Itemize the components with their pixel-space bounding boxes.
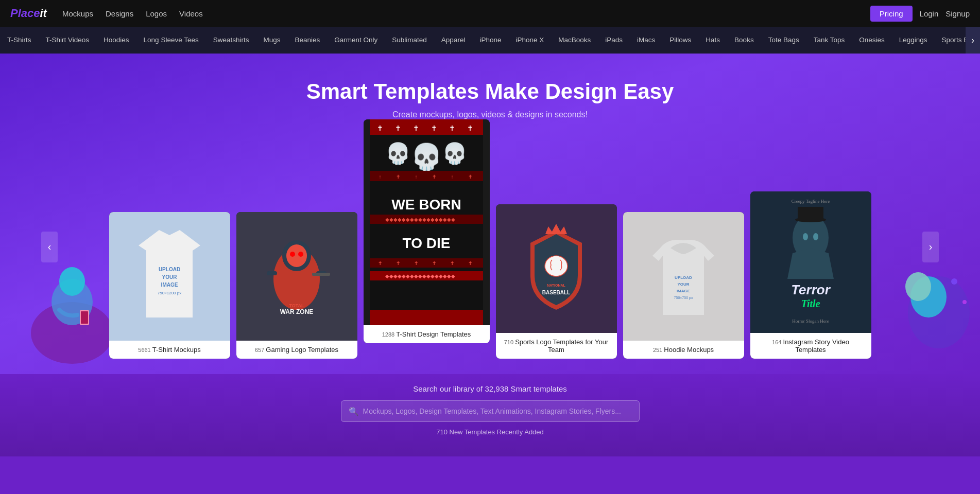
- svg-text:✝: ✝: [413, 124, 419, 132]
- svg-rect-59: [798, 207, 823, 221]
- svg-text:IMAGE: IMAGE: [677, 289, 691, 293]
- cat-apparel[interactable]: Apparel: [434, 27, 473, 54]
- card-horror-image: Creepy Tagline Here Terror: [750, 191, 871, 333]
- search-box: 🔍: [341, 400, 640, 422]
- nav-mockups[interactable]: Mockups: [62, 9, 93, 18]
- signup-button[interactable]: Signup: [945, 9, 970, 18]
- cat-tshirts[interactable]: T-Shirts: [0, 27, 39, 54]
- svg-text:✝: ✝: [414, 260, 418, 266]
- cat-iphone[interactable]: iPhone: [472, 27, 508, 54]
- search-icon: 🔍: [349, 407, 359, 416]
- svg-text:✝: ✝: [450, 260, 454, 266]
- svg-text:TOTAL: TOTAL: [289, 303, 304, 308]
- card-gaming[interactable]: TOTAL WAR ZONE 657 Gaming Logo Templates: [236, 212, 357, 359]
- card-skeleton[interactable]: ✝ ✝ ✝ ✝ ✝ ✝ 💀 💀 💀 ↑: [364, 119, 490, 343]
- cat-garment-only[interactable]: Garment Only: [327, 27, 385, 54]
- svg-text:YOUR: YOUR: [677, 282, 689, 287]
- svg-rect-27: [370, 171, 483, 181]
- svg-point-7: [286, 244, 307, 267]
- card-horror[interactable]: Creepy Tagline Here Terror: [750, 191, 871, 359]
- nav-videos[interactable]: Videos: [179, 9, 203, 18]
- card-hoodie[interactable]: UPLOAD YOUR IMAGE 750×750 px 251 Hoodie …: [623, 212, 744, 359]
- nav-right: Pricing Login Signup: [870, 6, 970, 22]
- cat-beanies[interactable]: Beanies: [287, 27, 327, 54]
- cat-macbooks[interactable]: MacBooks: [551, 27, 598, 54]
- nav-logos[interactable]: Logos: [146, 9, 167, 18]
- svg-text:◆◆◆◆◆◆◆◆◆◆◆◆◆◆◆◆◆: ◆◆◆◆◆◆◆◆◆◆◆◆◆◆◆◆◆: [385, 273, 455, 279]
- cat-tshirt-videos[interactable]: T-Shirt Videos: [39, 27, 97, 54]
- cat-pillows[interactable]: Pillows: [662, 27, 698, 54]
- nav-designs[interactable]: Designs: [106, 9, 133, 18]
- svg-text:750×1200 px: 750×1200 px: [158, 291, 182, 295]
- card-skeleton-image: ✝ ✝ ✝ ✝ ✝ ✝ 💀 💀 💀 ↑: [364, 119, 490, 325]
- category-links: T-Shirts T-Shirt Videos Hoodies Long Sle…: [0, 27, 966, 54]
- card-gaming-image: TOTAL WAR ZONE: [236, 212, 357, 341]
- card-baseball[interactable]: NATIONAL BASEBALL 710 Sports Logo Templa…: [496, 204, 617, 359]
- cat-hoodies[interactable]: Hoodies: [96, 27, 136, 54]
- search-section: Search our library of 32,938 Smart templ…: [0, 374, 980, 456]
- card-skeleton-label: 1288 T-Shirt Design Templates: [364, 325, 490, 343]
- card-gaming-label: 657 Gaming Logo Templates: [236, 341, 357, 359]
- cat-books[interactable]: Books: [727, 27, 761, 54]
- svg-text:✝: ✝: [468, 260, 472, 266]
- cat-leggings[interactable]: Leggings: [892, 27, 935, 54]
- svg-text:💀: 💀: [442, 141, 468, 166]
- card-hoodie-label: 251 Hoodie Mockups: [623, 341, 744, 359]
- hero-subtitle: Create mockups, logos, videos & designs …: [10, 110, 970, 119]
- cards-outer: ‹ UPLOAD YOUR IMAGE 750×1200 px 56: [36, 135, 944, 359]
- catbar-next-arrow[interactable]: ›: [966, 27, 980, 54]
- pricing-button[interactable]: Pricing: [870, 6, 913, 22]
- svg-text:✝: ✝: [396, 174, 400, 180]
- svg-text:💀: 💀: [410, 142, 443, 172]
- recently-added-label: 710 New Templates Recently Added: [10, 428, 970, 436]
- svg-text:✝: ✝: [396, 260, 400, 266]
- svg-text:WE BORN: WE BORN: [391, 197, 461, 213]
- svg-text:UPLOAD: UPLOAD: [159, 267, 180, 272]
- cat-imacs[interactable]: iMacs: [630, 27, 662, 54]
- cat-ipads[interactable]: iPads: [598, 27, 630, 54]
- login-button[interactable]: Login: [920, 9, 939, 18]
- cat-tote-bags[interactable]: Tote Bags: [761, 27, 806, 54]
- cat-hats[interactable]: Hats: [698, 27, 727, 54]
- carousel-prev-button[interactable]: ‹: [41, 232, 58, 262]
- cat-tank-tops[interactable]: Tank Tops: [806, 27, 852, 54]
- svg-text:UPLOAD: UPLOAD: [675, 275, 692, 280]
- cat-sweatshirts[interactable]: Sweatshirts: [206, 27, 256, 54]
- card-hoodie-image: UPLOAD YOUR IMAGE 750×750 px: [623, 212, 744, 341]
- cat-long-sleeve[interactable]: Long Sleeve Tees: [136, 27, 206, 54]
- cat-iphone-x[interactable]: iPhone X: [508, 27, 551, 54]
- svg-text:↑: ↑: [451, 174, 454, 180]
- svg-text:YOUR: YOUR: [162, 274, 178, 280]
- cat-mugs[interactable]: Mugs: [256, 27, 287, 54]
- svg-text:✝: ✝: [377, 124, 383, 132]
- svg-text:✝: ✝: [431, 124, 437, 132]
- svg-text:✝: ✝: [467, 124, 473, 132]
- svg-text:Terror: Terror: [791, 282, 831, 297]
- svg-rect-38: [370, 258, 483, 268]
- hero-title: Smart Templates Make Design Easy: [10, 79, 970, 104]
- svg-text:✝: ✝: [378, 260, 382, 266]
- nav-links: Mockups Designs Logos Videos: [62, 9, 870, 18]
- svg-point-73: [951, 278, 957, 285]
- svg-text:WAR ZONE: WAR ZONE: [280, 308, 314, 315]
- category-bar: T-Shirts T-Shirt Videos Hoodies Long Sle…: [0, 27, 980, 54]
- svg-text:NATIONAL: NATIONAL: [547, 284, 565, 287]
- brand-logo[interactable]: Placeit: [10, 7, 47, 20]
- svg-text:💀: 💀: [385, 141, 411, 166]
- svg-text:✝: ✝: [432, 174, 436, 180]
- card-tshirt[interactable]: UPLOAD YOUR IMAGE 750×1200 px 5661 T-Shi…: [109, 212, 230, 359]
- svg-text:IMAGE: IMAGE: [161, 282, 178, 288]
- cat-onesies[interactable]: Onesies: [852, 27, 892, 54]
- svg-text:✝: ✝: [432, 260, 436, 266]
- search-input[interactable]: [359, 401, 632, 421]
- svg-text:✝: ✝: [395, 124, 401, 132]
- cat-sublimated[interactable]: Sublimated: [385, 27, 434, 54]
- svg-rect-17: [370, 310, 483, 325]
- hero-section: Smart Templates Make Design Easy Create …: [0, 54, 980, 374]
- cat-sports-bras[interactable]: Sports Bras: [935, 27, 966, 54]
- svg-point-74: [962, 300, 967, 304]
- svg-point-8: [290, 252, 295, 257]
- carousel-next-button[interactable]: ›: [922, 232, 939, 262]
- card-tshirt-image: UPLOAD YOUR IMAGE 750×1200 px: [109, 212, 230, 341]
- svg-text:↑: ↑: [415, 174, 418, 180]
